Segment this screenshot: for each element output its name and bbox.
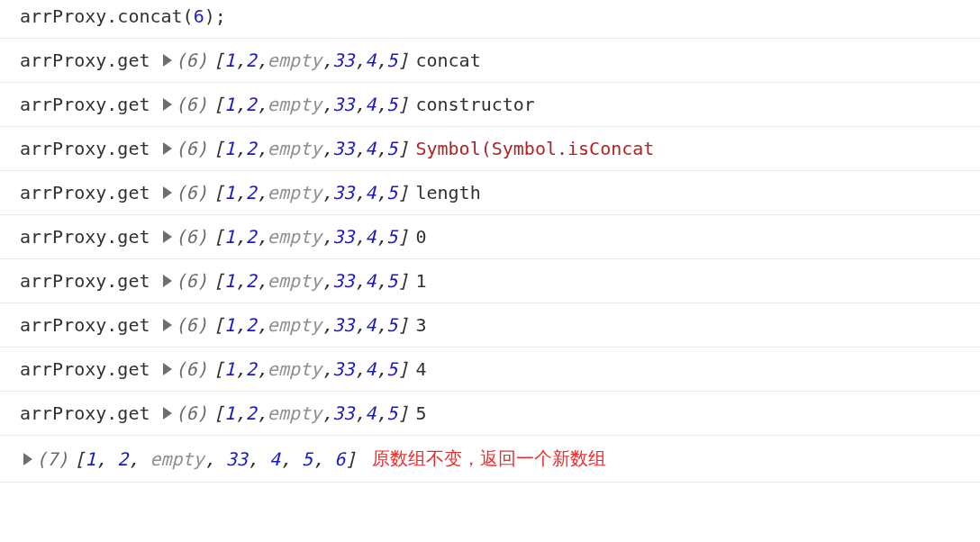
disclosure-triangle-icon[interactable] — [163, 275, 172, 287]
comma: , — [257, 94, 268, 115]
console-log-row[interactable]: arrProxy.get(6)[1, 2, empty, 33, 4, 5]0 — [0, 215, 980, 259]
array-count: (6) — [176, 358, 208, 380]
comma: , — [354, 358, 365, 380]
array-item: 33 — [332, 226, 354, 248]
comma: , — [322, 138, 332, 159]
console-output-lines: arrProxy.get(6)[1, 2, empty, 33, 4, 5]co… — [0, 38, 980, 436]
accessed-property: Symbol(Symbol.isConcat — [415, 138, 654, 159]
array-item: 5 — [386, 314, 397, 336]
array-item: 1 — [224, 358, 235, 380]
comma: , — [235, 138, 246, 159]
array-item: 1 — [224, 94, 235, 115]
comma: , — [235, 358, 246, 380]
comma: , — [322, 358, 332, 380]
comma: , — [376, 226, 386, 248]
comma: , — [322, 226, 332, 248]
accessed-property: 3 — [415, 314, 426, 336]
console-log-row[interactable]: arrProxy.get(6)[1, 2, empty, 33, 4, 5]5 — [0, 392, 980, 436]
comma: , — [235, 314, 246, 336]
array-item: 2 — [246, 358, 257, 380]
array-item: 2 — [246, 270, 257, 292]
console-input-row[interactable]: arrProxy.concat(6); — [0, 0, 980, 38]
log-prefix: arrProxy.get — [20, 314, 150, 336]
array-count: (6) — [176, 226, 208, 248]
array-item: 4 — [365, 50, 376, 71]
array-item: 33 — [332, 358, 354, 380]
array-item: 5 — [386, 182, 397, 203]
array-item: 33 — [226, 448, 248, 470]
comma: , — [257, 50, 268, 71]
bracket-open: [ — [213, 358, 224, 380]
comma: , — [204, 448, 226, 470]
array-item: 2 — [246, 226, 257, 248]
bracket-close: ] — [397, 94, 408, 115]
console-log-row[interactable]: arrProxy.get(6)[1, 2, empty, 33, 4, 5]4 — [0, 348, 980, 392]
result-count: (7) — [36, 448, 68, 470]
array-item: 4 — [365, 226, 376, 248]
bracket-close: ] — [397, 358, 408, 380]
array-item: 4 — [365, 270, 376, 292]
array-item: 1 — [224, 50, 235, 71]
result-annotation: 原数组不变，返回一个新数组 — [372, 447, 606, 471]
comma: , — [376, 314, 386, 336]
array-item: 2 — [246, 50, 257, 71]
console-log-row[interactable]: arrProxy.get(6)[1, 2, empty, 33, 4, 5]3 — [0, 303, 980, 348]
comma: , — [235, 226, 246, 248]
comma: , — [322, 50, 332, 71]
disclosure-triangle-icon[interactable] — [163, 186, 172, 199]
comma: , — [257, 358, 268, 380]
input-prefix: arrProxy.concat( — [20, 5, 194, 27]
console-log-row[interactable]: arrProxy.get(6)[1, 2, empty, 33, 4, 5]le… — [0, 171, 980, 215]
console-result-row[interactable]: (7) [1, 2, empty, 33, 4, 5, 6] 原数组不变，返回一… — [0, 436, 980, 483]
array-item: 5 — [302, 448, 313, 470]
disclosure-triangle-icon[interactable] — [163, 363, 172, 375]
array-item: 1 — [224, 226, 235, 248]
bracket-close: ] — [397, 270, 408, 292]
array-item: empty — [268, 182, 322, 203]
array-item: 33 — [332, 138, 354, 159]
comma: , — [376, 94, 386, 115]
array-item: 5 — [386, 270, 397, 292]
array-item: 33 — [332, 182, 354, 203]
comma: , — [376, 50, 386, 71]
log-prefix: arrProxy.get — [20, 138, 150, 159]
comma: , — [376, 402, 386, 424]
array-item: 33 — [332, 94, 354, 115]
comma: , — [376, 270, 386, 292]
bracket-close: ] — [397, 314, 408, 336]
array-item: 5 — [386, 402, 397, 424]
console-log-row[interactable]: arrProxy.get(6)[1, 2, empty, 33, 4, 5]co… — [0, 83, 980, 127]
comma: , — [354, 182, 365, 203]
comma: , — [322, 182, 332, 203]
accessed-property: length — [415, 182, 480, 203]
bracket-open: [ — [213, 314, 224, 336]
comma: , — [322, 270, 332, 292]
comma: , — [354, 226, 365, 248]
bracket-open: [ — [213, 182, 224, 203]
array-item: empty — [268, 226, 322, 248]
comma: , — [257, 402, 268, 424]
array-item: empty — [268, 358, 322, 380]
comma: , — [354, 50, 365, 71]
console-log-row[interactable]: arrProxy.get(6)[1, 2, empty, 33, 4, 5]co… — [0, 38, 980, 83]
array-item: empty — [150, 448, 204, 470]
comma: , — [322, 314, 332, 336]
disclosure-triangle-icon[interactable] — [163, 407, 172, 420]
console-log-row[interactable]: arrProxy.get(6)[1, 2, empty, 33, 4, 5]1 — [0, 259, 980, 303]
bracket-close: ] — [397, 50, 408, 71]
disclosure-triangle-icon[interactable] — [23, 453, 32, 465]
array-count: (6) — [176, 314, 208, 336]
disclosure-triangle-icon[interactable] — [163, 319, 172, 331]
log-prefix: arrProxy.get — [20, 50, 150, 71]
array-item: 4 — [269, 448, 280, 470]
console-log-row[interactable]: arrProxy.get(6)[1, 2, empty, 33, 4, 5]Sy… — [0, 127, 980, 171]
disclosure-triangle-icon[interactable] — [163, 98, 172, 111]
array-item: 1 — [224, 138, 235, 159]
disclosure-triangle-icon[interactable] — [163, 54, 172, 67]
disclosure-triangle-icon[interactable] — [163, 230, 172, 243]
disclosure-triangle-icon[interactable] — [163, 142, 172, 155]
array-item: 2 — [246, 94, 257, 115]
array-item: 1 — [224, 182, 235, 203]
comma: , — [376, 138, 386, 159]
comma: , — [235, 50, 246, 71]
